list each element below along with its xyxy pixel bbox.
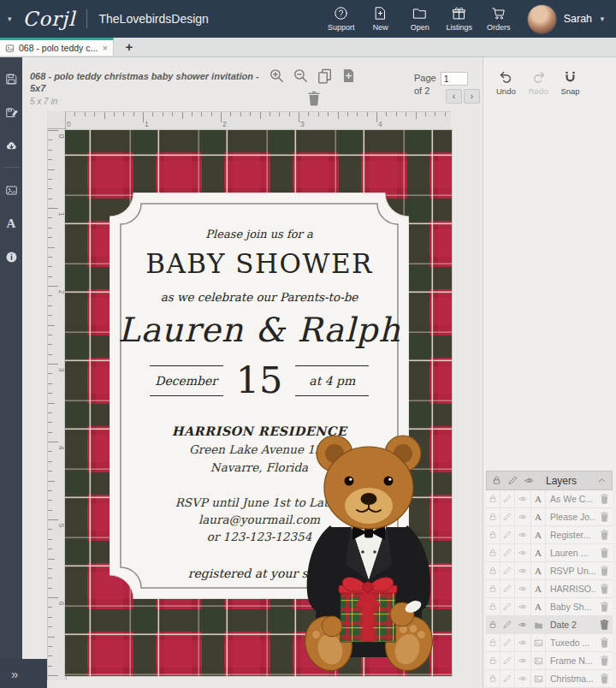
close-icon[interactable]: × bbox=[103, 44, 108, 53]
add-page-button[interactable] bbox=[341, 68, 357, 84]
layer-label[interactable]: Register... bbox=[546, 526, 595, 543]
date-month[interactable]: December bbox=[150, 365, 223, 396]
chevron-up-icon[interactable] bbox=[597, 476, 607, 485]
layer-delete-button[interactable] bbox=[595, 616, 613, 633]
undo-button[interactable]: Undo bbox=[496, 70, 516, 96]
layer-visibility-toggle[interactable] bbox=[515, 526, 531, 543]
layer-label[interactable]: Baby Sh... bbox=[546, 598, 595, 615]
layer-lock-toggle[interactable] bbox=[486, 616, 500, 633]
layer-visibility-toggle[interactable] bbox=[515, 652, 531, 669]
next-page-button[interactable]: › bbox=[464, 89, 480, 104]
layer-visibility-toggle[interactable] bbox=[515, 508, 531, 525]
layer-edit-toggle[interactable] bbox=[500, 490, 515, 507]
download-button[interactable] bbox=[0, 134, 22, 157]
layer-delete-button[interactable] bbox=[595, 544, 613, 561]
design-page[interactable]: Please join us for a BABY SHOWER as we c… bbox=[65, 130, 452, 676]
layer-lock-toggle[interactable] bbox=[486, 508, 500, 525]
text-panel-button[interactable]: A bbox=[0, 212, 22, 234]
snap-button[interactable]: Snap bbox=[560, 70, 579, 96]
layer-edit-toggle[interactable] bbox=[500, 634, 515, 651]
layer-lock-toggle[interactable] bbox=[486, 562, 500, 579]
layer-delete-button[interactable] bbox=[595, 670, 613, 687]
pencil-icon[interactable] bbox=[508, 476, 518, 485]
layer-visibility-toggle[interactable] bbox=[515, 670, 531, 687]
save-button[interactable] bbox=[0, 68, 22, 90]
layer-label[interactable]: HARRISO... bbox=[546, 580, 595, 597]
layer-delete-button[interactable] bbox=[595, 598, 613, 615]
layer-delete-button[interactable] bbox=[595, 526, 613, 543]
layer-label[interactable]: Lauren ... bbox=[546, 544, 595, 561]
layer-row[interactable]: A RSVP Un... bbox=[486, 562, 613, 580]
layer-row[interactable]: A Register... bbox=[486, 526, 613, 544]
corjl-logo[interactable]: Corjl bbox=[23, 8, 76, 30]
layer-visibility-toggle[interactable] bbox=[515, 490, 531, 507]
layer-delete-button[interactable] bbox=[595, 490, 613, 507]
layer-label[interactable]: Please Jo... bbox=[546, 508, 595, 525]
subtitle-text[interactable]: as we celebrate our Parents-to-be bbox=[110, 290, 409, 304]
zoom-out-button[interactable] bbox=[293, 68, 309, 84]
layer-label[interactable]: Tuxedo ... bbox=[546, 634, 595, 651]
layer-lock-toggle[interactable] bbox=[486, 634, 500, 651]
layer-delete-button[interactable] bbox=[595, 562, 613, 579]
layer-edit-toggle[interactable] bbox=[500, 598, 515, 615]
layer-row[interactable]: A As We C... bbox=[486, 490, 613, 508]
layer-visibility-toggle[interactable] bbox=[515, 616, 531, 633]
prev-page-button[interactable]: ‹ bbox=[446, 89, 462, 104]
delete-page-button[interactable] bbox=[307, 91, 321, 106]
layer-lock-toggle[interactable] bbox=[486, 526, 500, 543]
date-day[interactable]: 15 bbox=[236, 362, 283, 399]
layer-delete-button[interactable] bbox=[595, 580, 613, 597]
page-number-input[interactable] bbox=[441, 72, 468, 86]
layer-visibility-toggle[interactable] bbox=[515, 562, 531, 579]
avatar[interactable] bbox=[527, 4, 557, 34]
layer-label[interactable]: Christma... bbox=[546, 670, 595, 687]
collapse-panel-button[interactable]: » bbox=[0, 659, 47, 688]
info-button[interactable] bbox=[0, 246, 22, 268]
layer-label[interactable]: As We C... bbox=[546, 490, 595, 507]
layer-lock-toggle[interactable] bbox=[486, 598, 500, 615]
layer-row[interactable]: Frame N... bbox=[486, 652, 613, 670]
layer-lock-toggle[interactable] bbox=[486, 670, 500, 687]
layer-visibility-toggle[interactable] bbox=[515, 634, 531, 651]
lock-icon[interactable] bbox=[492, 476, 501, 485]
new-button[interactable]: New bbox=[361, 6, 400, 32]
layer-lock-toggle[interactable] bbox=[486, 490, 500, 507]
date-block[interactable]: December 15 at 4 pm bbox=[110, 362, 409, 399]
layer-delete-button[interactable] bbox=[595, 508, 613, 525]
parents-names[interactable]: Lauren & Ralph bbox=[110, 311, 409, 349]
layer-visibility-toggle[interactable] bbox=[515, 598, 531, 615]
layer-edit-toggle[interactable] bbox=[500, 508, 515, 525]
layer-label[interactable]: Date 2 bbox=[546, 616, 595, 633]
listings-button[interactable]: Listings bbox=[440, 6, 479, 32]
redo-button[interactable]: Redo bbox=[529, 70, 548, 96]
new-tab-button[interactable]: + bbox=[121, 38, 138, 56]
layer-edit-toggle[interactable] bbox=[500, 544, 515, 561]
layer-visibility-toggle[interactable] bbox=[515, 580, 531, 597]
layer-edit-toggle[interactable] bbox=[500, 652, 515, 669]
layer-row[interactable]: Christma... bbox=[486, 670, 613, 688]
images-panel-button[interactable] bbox=[0, 179, 22, 201]
intro-text[interactable]: Please join us for a bbox=[110, 228, 409, 240]
baby-shower-title[interactable]: BABY SHOWER bbox=[110, 248, 409, 279]
layer-row[interactable]: Date 2 bbox=[486, 616, 613, 634]
support-button[interactable]: Support bbox=[322, 6, 361, 32]
layers-header[interactable]: Layers bbox=[486, 471, 613, 490]
layer-lock-toggle[interactable] bbox=[486, 580, 500, 597]
layer-row[interactable]: A HARRISO... bbox=[486, 580, 613, 598]
zoom-in-button[interactable] bbox=[269, 68, 285, 84]
tab-068-polo-teddy[interactable]: 068 - polo teddy c... × bbox=[0, 38, 114, 56]
open-button[interactable]: Open bbox=[400, 6, 440, 32]
duplicate-page-button[interactable] bbox=[317, 68, 333, 84]
layer-row[interactable]: A Please Jo... bbox=[486, 508, 613, 526]
tuxedo-teddy-bear-image[interactable] bbox=[296, 424, 441, 676]
app-menu-caret-icon[interactable]: ▾ bbox=[8, 15, 12, 23]
layer-label[interactable]: RSVP Un... bbox=[546, 562, 595, 579]
orders-button[interactable]: Orders bbox=[479, 6, 518, 32]
layer-edit-toggle[interactable] bbox=[500, 562, 515, 579]
layer-edit-toggle[interactable] bbox=[500, 616, 515, 633]
layer-lock-toggle[interactable] bbox=[486, 652, 500, 669]
layer-row[interactable]: Tuxedo ... bbox=[486, 634, 613, 652]
save-as-button[interactable] bbox=[0, 101, 22, 123]
layer-delete-button[interactable] bbox=[595, 634, 613, 651]
layer-label[interactable]: Frame N... bbox=[546, 652, 595, 669]
